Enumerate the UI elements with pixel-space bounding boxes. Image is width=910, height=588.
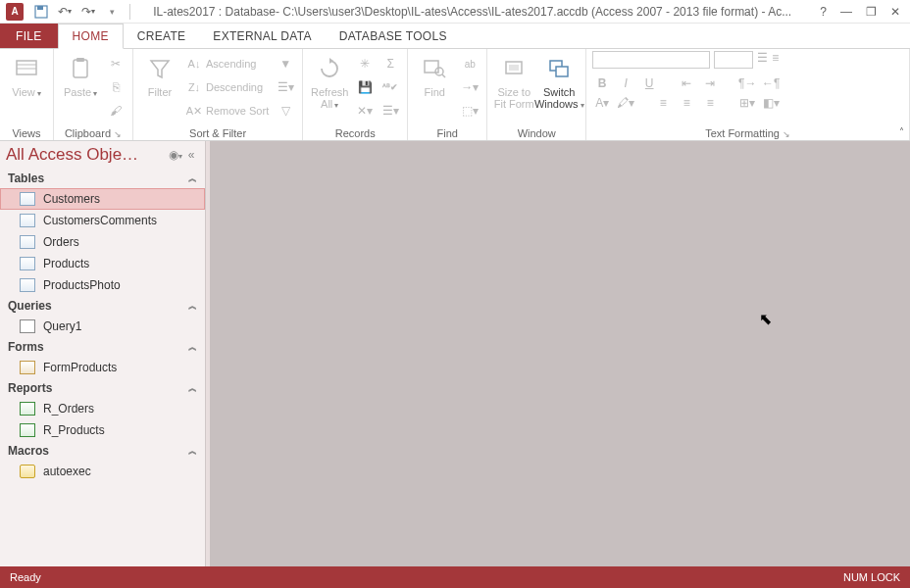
help-button[interactable]: ? bbox=[820, 5, 827, 19]
toggle-filter-button[interactable]: ▽ bbox=[275, 100, 296, 122]
gridlines-button[interactable]: ⊞▾ bbox=[737, 94, 757, 112]
font-color-icon: A▾ bbox=[595, 96, 609, 110]
nav-item-customerscomments[interactable]: CustomersComments bbox=[0, 210, 205, 231]
cut-button[interactable]: ✂ bbox=[105, 53, 126, 74]
restore-button[interactable]: ❐ bbox=[866, 5, 877, 19]
group-sort-filter: Filter A↓Ascending Z↓Descending A✕Remove… bbox=[133, 49, 303, 140]
nav-collapse-icon[interactable]: « bbox=[183, 148, 199, 162]
highlight-button[interactable]: 🖍▾ bbox=[616, 94, 635, 112]
nav-item-r-products[interactable]: R_Products bbox=[0, 419, 205, 441]
nav-item-customers[interactable]: Customers bbox=[0, 188, 205, 210]
font-size-combo[interactable] bbox=[714, 51, 753, 69]
ribbon-tabs: FILE HOME CREATE EXTERNAL DATA DATABASE … bbox=[0, 24, 910, 49]
table-icon bbox=[20, 214, 35, 227]
advanced-button[interactable]: ☰▾ bbox=[275, 76, 296, 98]
find-button[interactable]: Find bbox=[414, 51, 455, 98]
format-painter-button[interactable]: 🖌 bbox=[105, 100, 126, 122]
nav-menu-icon[interactable]: ◉▾ bbox=[168, 148, 183, 162]
tab-home[interactable]: HOME bbox=[58, 24, 124, 49]
switch-icon bbox=[543, 53, 575, 84]
redo-icon[interactable]: ↷▾ bbox=[80, 4, 96, 20]
report-icon bbox=[20, 423, 35, 437]
paste-button[interactable]: Paste bbox=[60, 51, 101, 99]
select-button[interactable]: ⬚▾ bbox=[459, 100, 480, 122]
category-tables[interactable]: Tables︽ bbox=[0, 169, 205, 188]
font-name-combo[interactable] bbox=[592, 51, 710, 69]
ascending-button[interactable]: A↓Ascending bbox=[184, 53, 271, 74]
category-queries[interactable]: Queries︽ bbox=[0, 296, 205, 316]
toggle-filter-icon: ▽ bbox=[281, 104, 290, 118]
category-reports[interactable]: Reports︽ bbox=[0, 378, 205, 398]
nav-header[interactable]: All Access Obje… ◉▾ « bbox=[0, 141, 205, 169]
align-right-button[interactable]: ≡ bbox=[700, 94, 720, 112]
delete-record-button[interactable]: ✕▾ bbox=[354, 100, 376, 122]
ltr-button[interactable]: ¶→ bbox=[737, 74, 757, 92]
totals-button[interactable]: Σ bbox=[379, 53, 401, 74]
replace-button[interactable]: ab bbox=[459, 53, 480, 74]
filter-button[interactable]: Filter bbox=[139, 51, 180, 98]
font-color-button[interactable]: A▾ bbox=[592, 94, 612, 112]
nav-item-products[interactable]: Products bbox=[0, 253, 205, 274]
bullets-button[interactable]: ☰ bbox=[757, 51, 768, 69]
refresh-label: Refresh All bbox=[309, 86, 350, 111]
close-button[interactable]: ✕ bbox=[890, 5, 900, 19]
remove-sort-button[interactable]: A✕Remove Sort bbox=[184, 100, 271, 122]
more-button[interactable]: ☰▾ bbox=[379, 100, 401, 122]
collapse-ribbon-button[interactable]: ˄ bbox=[899, 126, 904, 137]
selection-button[interactable]: ▼ bbox=[275, 53, 296, 74]
nav-item-formproducts[interactable]: FormProducts bbox=[0, 357, 205, 378]
nav-item-orders[interactable]: Orders bbox=[0, 231, 205, 253]
category-macros[interactable]: Macros︽ bbox=[0, 441, 205, 461]
ltr-icon: ¶→ bbox=[738, 76, 756, 90]
spelling-icon: ᴬᴮ✔ bbox=[382, 82, 398, 92]
bold-button[interactable]: B bbox=[592, 74, 612, 92]
switch-windows-button[interactable]: Switch Windows bbox=[538, 51, 580, 111]
align-left-button[interactable]: ≡ bbox=[653, 94, 673, 112]
undo-icon[interactable]: ↶▾ bbox=[57, 4, 73, 20]
underline-button[interactable]: U bbox=[639, 74, 659, 92]
cut-icon: ✂ bbox=[111, 57, 121, 71]
tab-database-tools[interactable]: DATABASE TOOLS bbox=[326, 24, 461, 48]
nav-item-autoexec[interactable]: autoexec bbox=[0, 461, 205, 482]
save-icon[interactable] bbox=[33, 4, 49, 20]
italic-button[interactable]: I bbox=[616, 74, 635, 92]
group-views: View Views bbox=[0, 49, 54, 140]
chevron-up-icon: ︽ bbox=[188, 382, 197, 395]
numbering-button[interactable]: ≡ bbox=[772, 51, 779, 69]
minimize-button[interactable]: — bbox=[840, 5, 852, 19]
view-button[interactable]: View bbox=[6, 51, 47, 99]
find-icon bbox=[419, 53, 450, 84]
ribbon: View Views Paste ✂ ⎘ 🖌 Clipboard ↘ Filte… bbox=[0, 49, 910, 141]
align-center-button[interactable]: ≡ bbox=[677, 94, 696, 112]
brush-icon: 🖌 bbox=[110, 104, 122, 118]
save-record-button[interactable]: 💾 bbox=[354, 76, 376, 98]
rtl-button[interactable]: ←¶ bbox=[761, 74, 781, 92]
group-text-formatting: ☰ ≡ B I U ⇤ ⇥ ¶→ ←¶ A▾ 🖍▾ ≡ ≡ ≡ bbox=[586, 49, 910, 140]
nav-item-productsphoto[interactable]: ProductsPhoto bbox=[0, 274, 205, 296]
goto-button[interactable]: →▾ bbox=[459, 76, 480, 98]
size-to-fit-button[interactable]: Size to Fit Form bbox=[493, 51, 534, 110]
gridlines-icon: ⊞▾ bbox=[739, 96, 755, 110]
status-ready: Ready bbox=[10, 571, 41, 583]
tab-create[interactable]: CREATE bbox=[124, 24, 200, 48]
increase-indent-button[interactable]: ⇥ bbox=[700, 74, 720, 92]
descending-button[interactable]: Z↓Descending bbox=[184, 76, 271, 98]
fill-color-button[interactable]: ◧▾ bbox=[761, 94, 781, 112]
copy-button[interactable]: ⎘ bbox=[105, 76, 126, 98]
svg-rect-11 bbox=[509, 65, 519, 71]
refresh-all-button[interactable]: Refresh All bbox=[309, 51, 350, 111]
separator bbox=[129, 4, 130, 20]
spelling-button[interactable]: ᴬᴮ✔ bbox=[379, 76, 401, 98]
new-record-button[interactable]: ✳ bbox=[354, 53, 376, 74]
nav-item-query1[interactable]: Query1 bbox=[0, 316, 205, 337]
outdent-icon: ⇤ bbox=[682, 76, 691, 90]
svg-rect-2 bbox=[17, 61, 36, 74]
svg-rect-7 bbox=[425, 61, 438, 73]
tab-file[interactable]: FILE bbox=[0, 24, 58, 48]
category-forms[interactable]: Forms︽ bbox=[0, 337, 205, 357]
tab-external-data[interactable]: EXTERNAL DATA bbox=[199, 24, 325, 48]
qat-customize-icon[interactable]: ▾ bbox=[104, 4, 120, 20]
chevron-up-icon: ˄ bbox=[899, 126, 904, 137]
nav-item-r-orders[interactable]: R_Orders bbox=[0, 398, 205, 419]
decrease-indent-button[interactable]: ⇤ bbox=[677, 74, 696, 92]
